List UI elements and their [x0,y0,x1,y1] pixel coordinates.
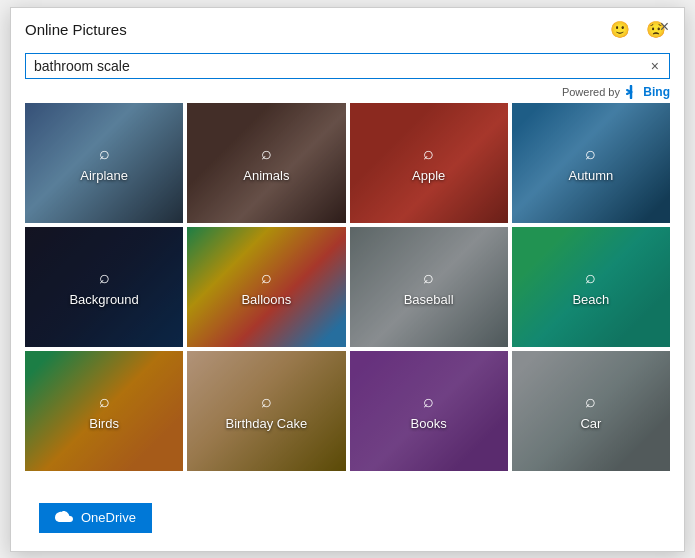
search-icon-baseball: ⌕ [423,267,434,288]
onedrive-label: OneDrive [81,510,136,525]
grid-cell-background[interactable]: ⌕ Background [25,227,183,347]
search-icon-books: ⌕ [423,391,434,412]
powered-by-bar: Powered by Bing [11,83,684,104]
onedrive-icon [55,509,73,527]
cell-overlay-birds: ⌕ Birds [25,351,183,471]
cell-label-autumn: Autumn [568,168,613,183]
search-box: × [25,53,670,79]
search-icon-beach: ⌕ [585,267,596,288]
grid-row-1: ⌕ Airplane ⌕ Animals ⌕ Apple ⌕ Aut [25,103,670,223]
search-clear-button[interactable]: × [649,58,661,74]
cell-label-birds: Birds [89,416,119,431]
cell-overlay-car: ⌕ Car [512,351,670,471]
cell-label-baseball: Baseball [404,292,454,307]
cell-label-airplane: Airplane [80,168,128,183]
search-icon-balloons: ⌕ [261,267,272,288]
search-icon-apple: ⌕ [423,143,434,164]
search-icon-airplane: ⌕ [99,143,110,164]
grid-cell-beach[interactable]: ⌕ Beach [512,227,670,347]
search-icon-birthday-cake: ⌕ [261,391,272,412]
cell-label-balloons: Balloons [241,292,291,307]
grid-cell-balloons[interactable]: ⌕ Balloons [187,227,345,347]
grid-row-2: ⌕ Background ⌕ Balloons ⌕ Baseball ⌕ [25,227,670,347]
cell-overlay-airplane: ⌕ Airplane [25,103,183,223]
dialog-title: Online Pictures [25,21,127,38]
grid-cell-animals[interactable]: ⌕ Animals [187,103,345,223]
cell-overlay-birthday-cake: ⌕ Birthday Cake [187,351,345,471]
grid-cell-airplane[interactable]: ⌕ Airplane [25,103,183,223]
onedrive-button[interactable]: OneDrive [39,503,152,533]
title-bar: Online Pictures 🙂 😟 × [11,8,684,47]
cell-overlay-baseball: ⌕ Baseball [350,227,508,347]
cell-overlay-background: ⌕ Background [25,227,183,347]
grid-cell-apple[interactable]: ⌕ Apple [350,103,508,223]
cell-label-car: Car [580,416,601,431]
image-grid: ⌕ Airplane ⌕ Animals ⌕ Apple ⌕ Aut [11,103,684,488]
cell-overlay-books: ⌕ Books [350,351,508,471]
cell-overlay-apple: ⌕ Apple [350,103,508,223]
grid-cell-books[interactable]: ⌕ Books [350,351,508,471]
search-icon-animals: ⌕ [261,143,272,164]
search-input[interactable] [34,58,649,74]
grid-cell-autumn[interactable]: ⌕ Autumn [512,103,670,223]
search-icon-birds: ⌕ [99,391,110,412]
grid-cell-baseball[interactable]: ⌕ Baseball [350,227,508,347]
grid-cell-birthday-cake[interactable]: ⌕ Birthday Cake [187,351,345,471]
bing-text: Bing [643,85,670,99]
search-icon-autumn: ⌕ [585,143,596,164]
powered-by-label: Powered by [562,86,620,98]
search-area: × [11,47,684,83]
grid-cell-birds[interactable]: ⌕ Birds [25,351,183,471]
footer: OneDrive [11,489,684,551]
grid-row-3: ⌕ Birds ⌕ Birthday Cake ⌕ Books ⌕ [25,351,670,471]
cell-overlay-autumn: ⌕ Autumn [512,103,670,223]
cell-label-animals: Animals [243,168,289,183]
search-icon-background: ⌕ [99,267,110,288]
cell-label-background: Background [69,292,138,307]
cell-label-beach: Beach [572,292,609,307]
search-icon-car: ⌕ [585,391,596,412]
cell-overlay-balloons: ⌕ Balloons [187,227,345,347]
cell-label-apple: Apple [412,168,445,183]
grid-cell-car[interactable]: ⌕ Car [512,351,670,471]
cell-overlay-beach: ⌕ Beach [512,227,670,347]
close-button[interactable]: × [655,16,674,38]
smile-icon: 🙂 [610,21,630,38]
cell-label-books: Books [411,416,447,431]
smile-button[interactable]: 🙂 [606,18,634,41]
cell-overlay-animals: ⌕ Animals [187,103,345,223]
bing-logo: Bing [624,85,670,100]
online-pictures-dialog: Online Pictures 🙂 😟 × × Powered by Bing [10,7,685,552]
cell-label-birthday-cake: Birthday Cake [226,416,308,431]
